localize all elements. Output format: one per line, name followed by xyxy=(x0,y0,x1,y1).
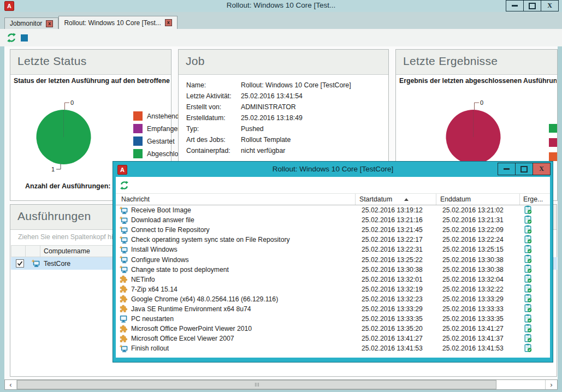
legend-swatch xyxy=(549,152,558,161)
dialog-table-header: Nachricht Startdatum Enddatum Erge... xyxy=(116,193,550,205)
refresh-icon[interactable] xyxy=(120,181,129,190)
column-startdatum[interactable]: Startdatum xyxy=(356,194,436,205)
dialog-maximize-button[interactable] xyxy=(515,163,533,175)
job-field-label: Art des Jobs: xyxy=(186,136,241,144)
sort-ascending-icon xyxy=(404,198,409,201)
step-start-date: 25.02.2016 13:22:17 xyxy=(356,236,436,243)
dialog-table-row[interactable]: Configure Windows 25.02.2016 13:25:22 25… xyxy=(116,254,550,264)
job-field-value: 25.02.2016 13:41:54 xyxy=(241,92,303,100)
column-enddatum[interactable]: Enddatum xyxy=(436,194,520,205)
job-field: Name: Rollout: Windows 10 Core [TestCore… xyxy=(186,80,351,91)
dialog-table-row[interactable]: Finish rollout 25.02.2016 13:41:53 25.02… xyxy=(116,343,550,353)
tab-close-icon[interactable]: x xyxy=(46,20,53,27)
dialog-table-row[interactable]: Microsoft Office Excel Viewer 2007 25.02… xyxy=(116,334,550,343)
header-checkbox-column[interactable] xyxy=(11,245,26,257)
stop-icon[interactable] xyxy=(21,34,28,41)
close-icon: X xyxy=(539,165,544,173)
dialog-table-row[interactable]: Microsoft Office PowerPoint Viewer 2010 … xyxy=(116,324,550,334)
step-start-date: 25.02.2016 13:33:35 xyxy=(356,315,436,323)
job-field: Letzte Aktivität: 25.02.2016 13:41:54 xyxy=(186,91,351,102)
tab-jobmonitor[interactable]: Jobmonitor x xyxy=(4,17,58,29)
legend-label: Gestartet xyxy=(147,138,175,145)
step-message: Java SE Runtime Environment x64 8u74 xyxy=(131,305,251,313)
status-subtitle: Status der letzten Ausführung auf den be… xyxy=(14,77,170,85)
scroll-right-button[interactable]: › xyxy=(545,380,557,389)
result-success-icon xyxy=(524,254,532,265)
tab-close-icon[interactable]: x xyxy=(165,19,172,26)
legend-label: Empfangen xyxy=(147,125,181,133)
dialog-table-row[interactable]: Java SE Runtime Environment x64 8u74 25.… xyxy=(116,304,550,314)
dialog-table-row[interactable]: Connect to File Repository 25.02.2016 13… xyxy=(116,225,550,235)
minimize-button[interactable] xyxy=(506,0,524,11)
step-end-date: 25.02.2016 13:32:22 xyxy=(436,286,520,293)
step-start-date: 25.02.2016 13:32:01 xyxy=(356,276,436,283)
dialog-table-row[interactable]: Google Chrome (x64) 48.0.2564.116 (66.12… xyxy=(116,294,550,304)
scrollbar-track[interactable] xyxy=(17,380,545,389)
dialog-table-row[interactable]: Download answer file 25.02.2016 13:21:16… xyxy=(116,215,550,225)
status-callout-bottom: 1 xyxy=(51,166,55,173)
scroll-left-button[interactable]: ‹ xyxy=(5,380,17,389)
job-field-label: Letzte Aktivität: xyxy=(186,92,241,100)
result-success-icon xyxy=(524,294,532,304)
step-end-date: 25.02.2016 13:33:29 xyxy=(436,295,520,303)
header-computername[interactable]: Computername xyxy=(40,245,125,257)
step-message: Check operating system sync state on Fil… xyxy=(131,236,290,243)
column-ergebnis[interactable]: Erge... xyxy=(520,194,550,205)
maximize-icon xyxy=(520,166,528,173)
ergebnisse-subtitle: Ergebnis der letzten abgeschlossenen Aus… xyxy=(399,77,557,85)
horizontal-scrollbar[interactable]: ‹ › xyxy=(4,379,558,390)
step-start-date: 25.02.2016 13:22:31 xyxy=(356,246,436,253)
title-bar[interactable]: A Rollout: Windows 10 Core [Test... X xyxy=(0,0,562,12)
dialog-table-row[interactable]: Install Windows 25.02.2016 13:22:31 25.0… xyxy=(116,245,550,254)
dialog-table-row[interactable]: NETinfo 25.02.2016 13:32:01 25.02.2016 1… xyxy=(116,275,550,284)
tab-rollout[interactable]: Rollout: Windows 10 Core [Test... x xyxy=(58,16,177,29)
step-end-date: 25.02.2016 13:32:04 xyxy=(436,276,520,283)
step-end-date: 25.02.2016 13:41:53 xyxy=(436,345,520,352)
refresh-icon[interactable] xyxy=(7,33,16,43)
main-toolbar xyxy=(0,29,562,46)
dialog-title-bar[interactable]: A Rollout: Windows 10 Core [TestCore] X xyxy=(113,162,553,177)
job-field-value: nicht verfügbar xyxy=(241,147,285,155)
job-field-value: 25.02.2016 13:18:49 xyxy=(241,114,303,122)
job-field-value: ADMINISTRATOR xyxy=(241,103,296,111)
legend-label: Anstehend xyxy=(147,112,179,120)
job-field-label: Erstellt von: xyxy=(186,103,241,111)
close-icon: X xyxy=(547,2,552,10)
dialog-table-row[interactable]: Change state to post deployment 25.02.20… xyxy=(116,265,550,275)
header-icon-column[interactable] xyxy=(26,245,40,257)
result-success-icon xyxy=(524,284,532,294)
legend-swatch xyxy=(549,124,558,133)
dialog-table-row[interactable]: Receive Boot Image 25.02.2016 13:19:12 2… xyxy=(116,205,550,215)
step-icon xyxy=(119,246,128,254)
step-icon xyxy=(119,256,128,264)
tab-strip: Jobmonitor x Rollout: Windows 10 Core [T… xyxy=(0,12,562,29)
step-start-date: 25.02.2016 13:41:53 xyxy=(356,345,436,352)
step-start-date: 25.02.2016 13:33:29 xyxy=(356,305,436,313)
job-field-label: Name: xyxy=(186,81,241,89)
dialog-table-row[interactable]: Check operating system sync state on Fil… xyxy=(116,235,550,245)
step-icon xyxy=(119,226,128,234)
result-success-icon xyxy=(524,324,532,334)
step-icon xyxy=(119,265,128,274)
dialog-minimize-button[interactable] xyxy=(498,163,516,175)
step-icon xyxy=(119,315,128,323)
step-icon xyxy=(119,345,128,353)
scrollbar-thumb[interactable] xyxy=(17,380,496,389)
result-success-icon xyxy=(524,225,532,235)
ergebnisse-legend xyxy=(549,123,558,166)
minimize-icon xyxy=(504,168,510,170)
step-message: Download answer file xyxy=(131,216,194,224)
dialog-close-button[interactable]: X xyxy=(533,163,551,175)
column-nachricht[interactable]: Nachricht xyxy=(116,194,356,205)
step-start-date: 25.02.2016 13:32:19 xyxy=(356,286,436,293)
legend-swatch xyxy=(133,111,143,121)
job-field-label: Containerpfad: xyxy=(186,147,241,155)
dialog-table-row[interactable]: PC neustarten 25.02.2016 13:33:35 25.02.… xyxy=(116,314,550,324)
step-start-date: 25.02.2016 13:19:12 xyxy=(356,206,436,214)
step-message: Install Windows xyxy=(131,246,178,253)
dialog-table-row[interactable]: 7-Zip x64 15.14 25.02.2016 13:32:19 25.0… xyxy=(116,284,550,294)
close-button[interactable]: X xyxy=(541,0,559,11)
step-message: Connect to File Repository xyxy=(131,226,210,234)
maximize-button[interactable] xyxy=(523,0,541,11)
checkbox-checked[interactable] xyxy=(16,259,24,268)
